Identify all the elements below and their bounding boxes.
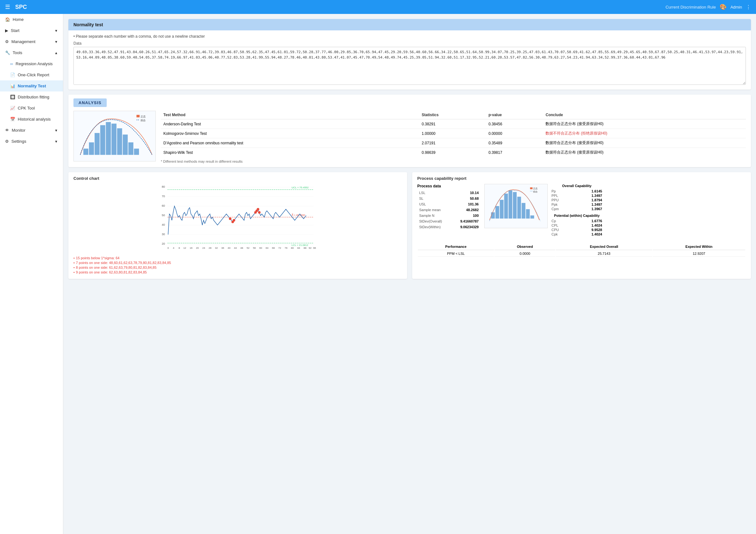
svg-rect-2 bbox=[94, 133, 100, 155]
pcr-val: 50.68 bbox=[452, 196, 480, 201]
svg-text:30: 30 bbox=[162, 233, 165, 236]
sidebar-label-management: Management bbox=[12, 39, 36, 44]
col-method: Test Method bbox=[161, 111, 419, 119]
app-title: SPC bbox=[15, 4, 27, 11]
svg-text:64: 64 bbox=[266, 247, 268, 250]
analysis-card: ANALYSIS bbox=[68, 94, 751, 167]
performance-section: Performance Observed Expected Overall Ex… bbox=[417, 243, 746, 257]
sidebar-item-normality[interactable]: 📊 Normality Test bbox=[0, 80, 63, 92]
pcr-card: Process capability report Process data L… bbox=[412, 172, 751, 279]
svg-text:8: 8 bbox=[178, 247, 180, 250]
svg-text:0: 0 bbox=[168, 247, 169, 250]
svg-text:60: 60 bbox=[259, 247, 262, 250]
conclude-cell: 数据符合正态分布 (接受原假设H0) bbox=[543, 119, 746, 129]
sidebar: 🏠 Home ▶ Start ▼ ⚙ Management ▼ 🔧 Tools … bbox=[0, 14, 63, 534]
more-icon[interactable]: ⋮ bbox=[746, 4, 751, 10]
col-stats: Statistics bbox=[419, 111, 486, 119]
svg-text:4: 4 bbox=[173, 247, 175, 250]
sidebar-item-cpk[interactable]: 📈 CPK Tool bbox=[0, 103, 63, 114]
sidebar-label-start: Start bbox=[11, 28, 19, 33]
palette-icon[interactable]: 🎨 bbox=[719, 4, 727, 11]
hint-content: Please separate each number with a comma… bbox=[76, 34, 205, 39]
svg-point-34 bbox=[229, 218, 231, 220]
svg-rect-7 bbox=[123, 135, 128, 155]
potential-capability: Potential (within) Capability Cp1.6776CP… bbox=[552, 214, 602, 236]
cap-label: Ppk bbox=[552, 202, 557, 206]
method-cell: Kolmogorov-Smirnov Test bbox=[161, 129, 419, 138]
svg-rect-69 bbox=[504, 194, 508, 219]
pcr-data-row: StDev(Overall)9.41660787 bbox=[418, 219, 480, 224]
hint-text: • Please separate each number with a com… bbox=[73, 34, 746, 39]
alert-item: •15 points below 1*sigma: 64 bbox=[73, 256, 402, 260]
overall-title: Overall Capability bbox=[552, 184, 602, 188]
overall-capability: Overall Capability Pp1.6145PPL1.3497PPU1… bbox=[552, 184, 602, 211]
pcr-val: 101.36 bbox=[452, 201, 480, 207]
svg-text:40: 40 bbox=[162, 223, 165, 226]
pcr-histogram-svg: 正态 拟合 bbox=[485, 184, 547, 228]
cap-label: Cpk bbox=[552, 232, 558, 236]
svg-rect-73 bbox=[522, 203, 526, 218]
pcr-data-row: LSL10.14 bbox=[418, 190, 480, 195]
sidebar-item-oneclick[interactable]: 📄 One-Click Report bbox=[0, 69, 63, 80]
alert-text: 15 points below 1*sigma: 64 bbox=[76, 256, 120, 260]
pcr-val: 100 bbox=[452, 213, 480, 218]
hamburger-icon[interactable]: ☰ bbox=[5, 4, 10, 11]
svg-point-36 bbox=[233, 219, 235, 222]
stats-cell: 1.00000 bbox=[419, 129, 486, 138]
cap-val: 9.9528 bbox=[591, 228, 602, 232]
svg-text:72: 72 bbox=[278, 247, 281, 250]
cap-label: PPU bbox=[552, 198, 559, 202]
analysis-content: 正态 拟合 Test Method Statistics bbox=[73, 111, 746, 163]
cap-val: 1.6145 bbox=[591, 189, 602, 193]
perf-label: PPM < LSL bbox=[418, 251, 494, 257]
potential-row: CPU9.9528 bbox=[552, 227, 602, 232]
svg-text:UCL = 75.4552: UCL = 75.4552 bbox=[292, 186, 309, 189]
data-input[interactable] bbox=[73, 47, 746, 85]
pcr-data-row: SL50.68 bbox=[418, 196, 480, 201]
svg-text:32: 32 bbox=[215, 247, 218, 250]
sidebar-item-regression[interactable]: ∞ Regression Analysis bbox=[0, 58, 63, 69]
method-cell: Anderson-Darling Test bbox=[161, 119, 419, 129]
svg-rect-76 bbox=[530, 187, 532, 189]
sidebar-item-monitor[interactable]: 👁 Monitor ▼ bbox=[0, 125, 63, 136]
main-content: Normality test • Please separate each nu… bbox=[63, 14, 756, 534]
svg-rect-3 bbox=[100, 125, 105, 155]
historical-icon: 📅 bbox=[10, 117, 15, 121]
normality-test-title: Normality test bbox=[73, 22, 103, 27]
pcr-data-row: Sample mean48.2682 bbox=[418, 207, 480, 212]
header-right: Current Discrimination Rule 🎨 Admin ⋮ bbox=[665, 4, 751, 11]
overall-row: Cpm1.3967 bbox=[552, 207, 602, 211]
sidebar-item-tools[interactable]: 🔧 Tools ▲ bbox=[0, 47, 63, 58]
alert-text: 8 points on one side: 61,62,63,79,80,81,… bbox=[76, 266, 156, 269]
overall-row: PPL1.3497 bbox=[552, 193, 602, 198]
conclude-cell: 数据不符合正态分布 (拒绝原假设H0) bbox=[543, 129, 746, 138]
distribution-icon: 🔲 bbox=[10, 94, 15, 99]
settings-icon: ⚙ bbox=[5, 139, 9, 144]
svg-rect-68 bbox=[500, 200, 504, 218]
svg-rect-5 bbox=[111, 124, 117, 155]
svg-rect-75 bbox=[530, 216, 534, 219]
svg-text:84: 84 bbox=[297, 247, 300, 250]
analysis-table: Test Method Statistics p-value Conclude … bbox=[161, 111, 746, 163]
sidebar-item-distribution[interactable]: 🔲 Distribution fitting bbox=[0, 92, 63, 103]
analysis-body: ANALYSIS bbox=[68, 94, 751, 167]
sidebar-item-start[interactable]: ▶ Start ▼ bbox=[0, 25, 63, 36]
sidebar-item-historical[interactable]: 📅 Historical analysis bbox=[0, 114, 63, 125]
cap-label: CPU bbox=[552, 228, 559, 232]
control-chart-title: Control chart bbox=[73, 176, 402, 181]
sidebar-label-home: Home bbox=[13, 17, 24, 22]
pcr-key: Sample mean bbox=[418, 207, 451, 212]
sidebar-label-settings: Settings bbox=[12, 139, 26, 144]
app-body: 🏠 Home ▶ Start ▼ ⚙ Management ▼ 🔧 Tools … bbox=[0, 14, 756, 534]
pvalue-cell: 0.35489 bbox=[486, 138, 543, 148]
sidebar-item-home[interactable]: 🏠 Home bbox=[0, 14, 63, 25]
sidebar-label-historical: Historical analysis bbox=[18, 117, 51, 121]
svg-text:68: 68 bbox=[272, 247, 275, 250]
sidebar-item-management[interactable]: ⚙ Management ▼ bbox=[0, 36, 63, 47]
pvalue-cell: 0.38456 bbox=[486, 119, 543, 129]
sidebar-item-settings[interactable]: ⚙ Settings ▼ bbox=[0, 136, 63, 147]
svg-point-40 bbox=[258, 211, 260, 214]
svg-text:24: 24 bbox=[202, 247, 205, 250]
cap-label: Cpm bbox=[552, 207, 559, 211]
footnote: * Different test methods may result in d… bbox=[161, 160, 746, 163]
